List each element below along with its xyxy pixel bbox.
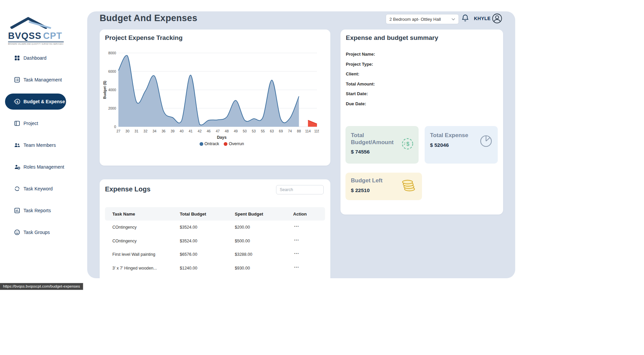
legend-item-ontrack: Ontrack bbox=[200, 141, 219, 146]
x-axis-label: Days bbox=[105, 135, 325, 140]
expense-table: Task Name Total Budget Spent Budget Acti… bbox=[105, 207, 325, 275]
notification-bell-button[interactable] bbox=[461, 14, 470, 24]
y-axis-label: Budget ($) bbox=[103, 78, 107, 102]
svg-text:115: 115 bbox=[314, 129, 319, 133]
logo-tagline: BROKERS VALUERS AND QUANTITY SURVEYING S… bbox=[8, 43, 64, 45]
logo-secondary: CPT bbox=[43, 31, 62, 41]
cell-task-name: First level Wall painting bbox=[105, 252, 180, 257]
expense-table-header: Task Name Total Budget Spent Budget Acti… bbox=[105, 207, 325, 221]
row-actions-button[interactable]: ⋯ bbox=[293, 237, 325, 245]
field-label-due-date: Due Date: bbox=[346, 101, 498, 111]
sidebar: BVQSSCPT BROKERS VALUERS AND QUANTITY SU… bbox=[0, 0, 87, 355]
cell-spent-budget: $500.00 bbox=[235, 239, 293, 243]
field-label-client: Client: bbox=[346, 71, 498, 81]
sidebar-item-team-members[interactable]: Team Members bbox=[5, 137, 66, 153]
svg-text:69: 69 bbox=[279, 129, 283, 133]
project-icon bbox=[14, 120, 20, 127]
sidebar-item-roles-management[interactable]: Roles Management bbox=[5, 159, 66, 175]
svg-text:8000: 8000 bbox=[108, 51, 116, 55]
task-reports-icon bbox=[14, 207, 20, 214]
summary-fields: Project Name: Project Type: Client: Tota… bbox=[346, 52, 498, 111]
svg-text:30: 30 bbox=[125, 129, 129, 133]
svg-text:47: 47 bbox=[216, 129, 220, 133]
expense-logs-card: Expense Logs Task Name Total Budget Spen… bbox=[100, 179, 330, 278]
sidebar-item-budget-expense[interactable]: $ Budget & Expense bbox=[5, 94, 66, 110]
svg-text:0: 0 bbox=[114, 125, 116, 129]
table-row: COntingency $3524.00 $500.00 ⋯ bbox=[105, 234, 325, 248]
dollar-coin-icon: $ bbox=[401, 137, 414, 150]
svg-text:34: 34 bbox=[153, 129, 157, 133]
legend-label-ontrack: Ontrack bbox=[205, 141, 219, 146]
chart-legend: Ontrack Overrun bbox=[105, 141, 325, 146]
tile-total-expense: Total Expense $ 52046 bbox=[425, 126, 498, 164]
sidebar-item-label: Dashboard bbox=[23, 55, 47, 61]
col-total-budget: Total Budget bbox=[180, 212, 235, 217]
svg-text:49: 49 bbox=[234, 129, 238, 133]
tile-label: Total Expense bbox=[430, 132, 481, 139]
col-task-name: Task Name bbox=[105, 212, 180, 217]
app-logo[interactable]: BVQSSCPT BROKERS VALUERS AND QUANTITY SU… bbox=[8, 16, 64, 45]
sidebar-item-label: Project bbox=[23, 121, 38, 126]
sidebar-item-label: Roles Management bbox=[23, 164, 64, 170]
sidebar-item-dashboard[interactable]: Dashboard bbox=[5, 50, 66, 66]
page-title: Budget And Expenses bbox=[100, 13, 197, 23]
cell-spent-budget: $200.00 bbox=[235, 225, 293, 230]
sidebar-item-label: Task Groups bbox=[23, 230, 50, 235]
row-actions-button[interactable]: ⋯ bbox=[293, 223, 325, 231]
cell-total-budget: $6576.00 bbox=[180, 252, 235, 257]
cell-spent-budget: $3288.00 bbox=[235, 252, 293, 257]
svg-text:41: 41 bbox=[189, 129, 193, 133]
svg-text:50: 50 bbox=[243, 129, 247, 133]
search-input[interactable] bbox=[276, 185, 324, 194]
svg-text:4000: 4000 bbox=[108, 88, 116, 92]
tile-budget-left: Budget Left $ 22510 bbox=[345, 173, 422, 200]
svg-text:$: $ bbox=[407, 141, 410, 147]
avatar[interactable] bbox=[492, 13, 502, 25]
table-row: 3' x 7' Hinged wooden... $1240.00 $930.0… bbox=[105, 261, 325, 275]
sidebar-item-task-management[interactable]: Task Management bbox=[5, 72, 66, 88]
svg-text:27: 27 bbox=[116, 129, 120, 133]
row-actions-button[interactable]: ⋯ bbox=[293, 250, 325, 258]
project-selector[interactable]: 2 Bedroom apt- Ottley Hall bbox=[386, 14, 459, 24]
svg-text:36: 36 bbox=[162, 129, 166, 133]
sidebar-item-task-reports[interactable]: Task Reports bbox=[5, 202, 66, 219]
sidebar-item-task-groups[interactable]: Task Groups bbox=[5, 224, 66, 240]
user-avatar-icon bbox=[492, 13, 502, 24]
pie-chart-icon bbox=[478, 133, 494, 149]
legend-dot-ontrack bbox=[200, 142, 203, 146]
tile-label: Budget Left bbox=[351, 177, 402, 184]
svg-text:6000: 6000 bbox=[108, 69, 116, 73]
tile-label: Total Budget/Amount bbox=[351, 132, 402, 146]
svg-text:31: 31 bbox=[135, 129, 139, 133]
roles-management-icon bbox=[14, 164, 20, 170]
sidebar-item-label: Team Members bbox=[23, 142, 56, 148]
status-bar: https://bvqss.bvqsscpt.com/budget-expens… bbox=[0, 283, 83, 290]
task-management-icon bbox=[14, 76, 20, 83]
task-groups-icon bbox=[14, 229, 20, 236]
sidebar-item-project[interactable]: Project bbox=[5, 115, 66, 131]
col-action: Action bbox=[293, 212, 325, 217]
svg-text:114: 114 bbox=[305, 129, 311, 133]
table-row: COntingency $3524.00 $200.00 ⋯ bbox=[105, 221, 325, 234]
field-label-project-type: Project Type: bbox=[346, 62, 498, 72]
svg-text:2000: 2000 bbox=[108, 106, 116, 110]
svg-text:46: 46 bbox=[207, 129, 211, 133]
project-expense-tracking-card: Project Expense Tracking Budget ($) 0200… bbox=[100, 29, 330, 166]
col-spent-budget: Spent Budget bbox=[235, 212, 293, 217]
legend-dot-overrun bbox=[224, 142, 227, 146]
svg-text:53: 53 bbox=[252, 129, 256, 133]
logo-primary: BVQSS bbox=[8, 31, 42, 41]
cell-total-budget: $1240.00 bbox=[180, 266, 235, 271]
logo-text: BVQSSCPT bbox=[8, 31, 64, 41]
svg-text:42: 42 bbox=[198, 129, 202, 133]
project-selector-value: 2 Bedroom apt- Ottley Hall bbox=[389, 17, 441, 22]
row-actions-button[interactable]: ⋯ bbox=[293, 264, 325, 272]
field-label-total-amount: Total Amount: bbox=[346, 81, 498, 92]
logo-rule bbox=[8, 42, 64, 42]
team-members-icon bbox=[14, 142, 20, 149]
coins-icon bbox=[400, 177, 417, 192]
chart-zone: Budget ($) 02000400060008000273031323436… bbox=[105, 50, 325, 135]
summary-title: Expense and budget summary bbox=[346, 34, 498, 42]
sidebar-item-task-keyword[interactable]: Task Keyword bbox=[5, 181, 66, 197]
chart-title: Project Expense Tracking bbox=[105, 34, 325, 42]
